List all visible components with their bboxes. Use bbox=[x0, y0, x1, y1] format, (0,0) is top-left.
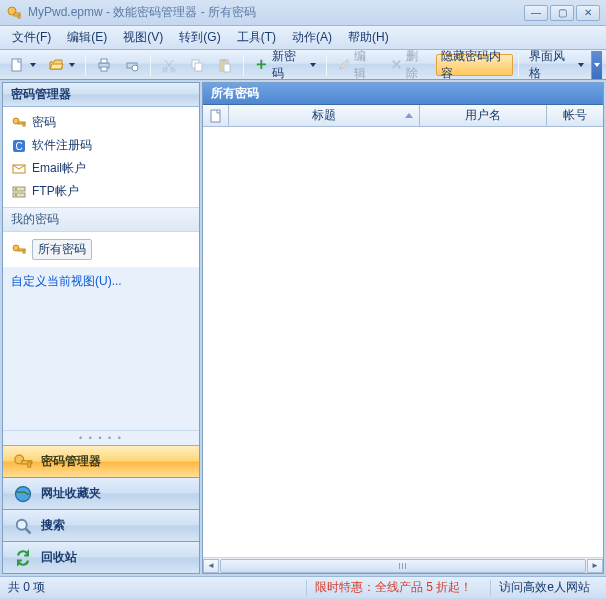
sidebar-spacer bbox=[3, 296, 199, 430]
copy-button[interactable] bbox=[184, 54, 210, 76]
sort-asc-icon bbox=[405, 113, 413, 118]
paste-button[interactable] bbox=[212, 54, 238, 76]
sidebar-item-all-passwords[interactable]: 所有密码 bbox=[3, 236, 199, 263]
menubar: 文件(F) 编辑(E) 视图(V) 转到(G) 工具(T) 动作(A) 帮助(H… bbox=[0, 26, 606, 50]
print-icon bbox=[96, 57, 112, 73]
svg-rect-3 bbox=[12, 59, 21, 71]
sidebar-grip[interactable]: • • • • • bbox=[3, 430, 199, 445]
sidebar-item-email[interactable]: Email帐户 bbox=[3, 157, 199, 180]
software-icon: C bbox=[11, 138, 27, 154]
nav-label: 密码管理器 bbox=[41, 453, 101, 470]
menu-edit[interactable]: 编辑(E) bbox=[59, 26, 115, 49]
svg-point-25 bbox=[15, 194, 17, 196]
svg-point-24 bbox=[15, 188, 17, 190]
nav-label: 网址收藏夹 bbox=[41, 485, 101, 502]
menu-help[interactable]: 帮助(H) bbox=[340, 26, 397, 49]
col-user[interactable]: 用户名 bbox=[420, 105, 547, 126]
delete-x-icon bbox=[389, 57, 404, 73]
nav-recycle[interactable]: 回收站 bbox=[3, 541, 199, 573]
key-icon bbox=[13, 452, 33, 472]
col-title[interactable]: 标题 bbox=[229, 105, 420, 126]
open-folder-button[interactable] bbox=[43, 54, 80, 76]
window-controls: — ▢ ✕ bbox=[524, 5, 600, 21]
sidebar-item-label: 密码 bbox=[32, 114, 56, 131]
email-icon bbox=[11, 161, 27, 177]
ui-style-label: 界面风格 bbox=[529, 48, 573, 82]
col-title-label: 标题 bbox=[312, 107, 336, 124]
cut-button[interactable] bbox=[156, 54, 182, 76]
hide-password-label: 隐藏密码内容 bbox=[441, 48, 508, 82]
svg-rect-14 bbox=[222, 59, 226, 61]
sidebar: 密码管理器 密码 C 软件注册码 Email帐户 FTP帐户 我的密码 bbox=[2, 82, 200, 574]
new-doc-button[interactable] bbox=[4, 54, 41, 76]
sidebar-item-label: FTP帐户 bbox=[32, 183, 79, 200]
menu-action[interactable]: 动作(A) bbox=[284, 26, 340, 49]
new-password-button[interactable]: 新密码 bbox=[249, 54, 321, 76]
col-account[interactable]: 帐号 bbox=[547, 105, 603, 126]
paste-icon bbox=[217, 57, 233, 73]
window-title: MyPwd.epmw - 效能密码管理器 - 所有密码 bbox=[28, 4, 524, 21]
edit-button[interactable]: 编辑 bbox=[332, 54, 382, 76]
nav-label: 搜索 bbox=[41, 517, 65, 534]
sidebar-tree: 密码 C 软件注册码 Email帐户 FTP帐户 bbox=[3, 107, 199, 207]
copy-icon bbox=[189, 57, 205, 73]
ui-style-button[interactable]: 界面风格 bbox=[524, 54, 589, 76]
pencil-icon bbox=[337, 57, 352, 73]
menu-view[interactable]: 视图(V) bbox=[115, 26, 171, 49]
nav-label: 回收站 bbox=[41, 549, 77, 566]
svg-rect-28 bbox=[23, 250, 25, 253]
svg-rect-12 bbox=[195, 63, 202, 71]
delete-button[interactable]: 删除 bbox=[384, 54, 434, 76]
svg-rect-5 bbox=[101, 59, 107, 63]
folder-open-icon bbox=[48, 57, 64, 73]
print-preview-button[interactable] bbox=[119, 54, 145, 76]
sidebar-my-tree: 所有密码 bbox=[3, 232, 199, 267]
svg-point-33 bbox=[17, 519, 27, 529]
sidebar-item-software[interactable]: C 软件注册码 bbox=[3, 134, 199, 157]
key-icon bbox=[11, 242, 27, 258]
sidebar-item-ftp[interactable]: FTP帐户 bbox=[3, 180, 199, 203]
print-preview-icon bbox=[124, 57, 140, 73]
grid-body[interactable] bbox=[203, 127, 603, 557]
page-new-icon bbox=[9, 57, 25, 73]
svg-rect-6 bbox=[101, 67, 107, 71]
toolbar-overflow-button[interactable] bbox=[591, 51, 602, 79]
scroll-thumb[interactable] bbox=[220, 559, 586, 573]
svg-rect-34 bbox=[211, 110, 220, 122]
scroll-right-button[interactable]: ► bbox=[587, 559, 603, 573]
recycle-icon bbox=[13, 548, 33, 568]
plus-icon bbox=[254, 57, 269, 73]
nav-search[interactable]: 搜索 bbox=[3, 509, 199, 541]
customize-view-link[interactable]: 自定义当前视图(U)... bbox=[3, 267, 199, 296]
maximize-button[interactable]: ▢ bbox=[550, 5, 574, 21]
nav-password-manager[interactable]: 密码管理器 bbox=[3, 445, 199, 477]
key-icon bbox=[11, 115, 27, 131]
grid-header: 标题 用户名 帐号 bbox=[203, 105, 603, 127]
menu-file[interactable]: 文件(F) bbox=[4, 26, 59, 49]
sidebar-item-label: 软件注册码 bbox=[32, 137, 92, 154]
hide-password-button[interactable]: 隐藏密码内容 bbox=[436, 54, 513, 76]
scroll-left-button[interactable]: ◄ bbox=[203, 559, 219, 573]
sidebar-header: 密码管理器 bbox=[3, 83, 199, 107]
svg-text:C: C bbox=[15, 141, 22, 152]
ftp-icon bbox=[11, 184, 27, 200]
sidebar-item-password[interactable]: 密码 bbox=[3, 111, 199, 134]
horizontal-scrollbar[interactable]: ◄ ► bbox=[203, 557, 603, 573]
nav-favorites[interactable]: 网址收藏夹 bbox=[3, 477, 199, 509]
minimize-button[interactable]: — bbox=[524, 5, 548, 21]
status-site-link[interactable]: 访问高效e人网站 bbox=[490, 580, 598, 596]
print-button[interactable] bbox=[91, 54, 117, 76]
svg-rect-2 bbox=[18, 15, 20, 18]
menu-goto[interactable]: 转到(G) bbox=[171, 26, 228, 49]
col-icon[interactable] bbox=[203, 105, 229, 126]
status-promo[interactable]: 限时特惠：全线产品 5 折起！ bbox=[306, 580, 480, 596]
edit-label: 编辑 bbox=[354, 48, 376, 82]
svg-rect-15 bbox=[224, 64, 230, 72]
content-pane: 所有密码 标题 用户名 帐号 ◄ ► bbox=[202, 82, 604, 574]
titlebar: MyPwd.epmw - 效能密码管理器 - 所有密码 — ▢ ✕ bbox=[0, 0, 606, 26]
close-button[interactable]: ✕ bbox=[576, 5, 600, 21]
toolbar: 新密码 编辑 删除 隐藏密码内容 界面风格 bbox=[0, 50, 606, 80]
globe-icon bbox=[13, 484, 33, 504]
menu-tools[interactable]: 工具(T) bbox=[229, 26, 284, 49]
content-header: 所有密码 bbox=[203, 83, 603, 105]
